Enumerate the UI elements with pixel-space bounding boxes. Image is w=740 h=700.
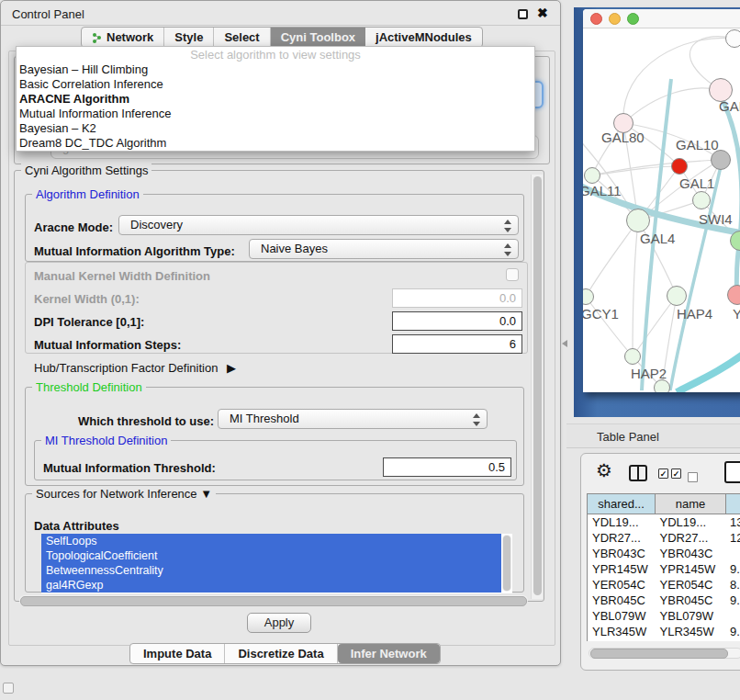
network-node-gal1[interactable] <box>692 191 711 209</box>
dropdown-item-highlighted[interactable]: ARACNE Algorithm <box>17 92 534 107</box>
network-window-titlebar[interactable] <box>583 9 740 28</box>
dropdown-item[interactable]: Dream8 DC_TDC Algorithm <box>17 136 534 151</box>
export-table-icon[interactable] <box>724 461 740 483</box>
titlebar-divider <box>1 25 560 26</box>
dropdown-placeholder: Select algorithm to view settings <box>17 47 534 62</box>
close-traffic-icon[interactable] <box>590 13 602 25</box>
network-node-gal10[interactable] <box>711 150 731 170</box>
mi-steps-field[interactable] <box>392 334 522 354</box>
network-canvas[interactable]: GAL GAL80 GAL10 GAL11 GAL1 SWI4 GAL4 GCY… <box>583 28 740 392</box>
dropdown-item[interactable]: Bayesian – Hill Climbing <box>17 62 534 77</box>
expand-triangle-icon: ▶ <box>227 361 236 375</box>
attribute-list-scrollbar[interactable] <box>502 535 511 592</box>
table-panel-title: Table Panel <box>597 430 659 444</box>
node-label: HAP4 <box>677 306 712 322</box>
gear-icon[interactable]: ⚙ <box>596 461 612 480</box>
bottom-tabbar: Impute Data Discretize Data Infer Networ… <box>129 643 441 664</box>
node-label: Y <box>733 306 740 322</box>
columns-icon[interactable] <box>629 465 647 481</box>
tab-style[interactable]: Style <box>164 28 214 47</box>
table-header-row: shared... name <box>587 493 740 514</box>
algorithm-definition-title: Algorithm Definition <box>32 187 143 201</box>
dropdown-item[interactable]: Bayesian – K2 <box>17 121 534 136</box>
node-label: SWI4 <box>699 211 733 227</box>
settings-horizontal-scrollbar[interactable] <box>19 595 528 605</box>
node-label: GAL4 <box>640 231 675 246</box>
table-horizontal-scrollbar[interactable] <box>589 648 740 659</box>
kernel-width-field[interactable] <box>392 288 522 308</box>
tab-jactivemnodules[interactable]: jActiveMNodules <box>365 28 482 47</box>
column-header-partial[interactable] <box>726 494 740 514</box>
node-label: GAL80 <box>601 130 645 145</box>
tab-impute-data[interactable]: Impute Data <box>130 644 225 663</box>
which-threshold-combo[interactable]: MI Threshold <box>218 409 488 429</box>
tab-network-label: Network <box>107 30 153 44</box>
node-label: HAP2 <box>631 366 667 381</box>
tab-infer-network[interactable]: Infer Network <box>338 644 440 663</box>
which-threshold-label: Which threshold to use: <box>78 414 214 428</box>
data-attributes-list: SelfLoops TopologicalCoefficient Between… <box>41 534 512 593</box>
table-row[interactable]: YBR045CYBR045C9. <box>588 593 740 608</box>
control-panel-title: Control Panel <box>12 7 84 21</box>
minimize-traffic-icon[interactable] <box>609 13 621 25</box>
manual-kernel-checkbox[interactable] <box>506 268 519 281</box>
aracne-mode-combo[interactable]: Discovery <box>118 215 519 235</box>
attribute-item-selected[interactable]: TopologicalCoefficient <box>41 548 501 563</box>
network-node-hap4[interactable] <box>667 286 687 306</box>
table-row[interactable]: YIL052CYIL052C9. <box>588 639 740 641</box>
dpi-tolerance-field[interactable] <box>392 311 522 331</box>
settings-vertical-scrollbar[interactable] <box>531 175 543 599</box>
mi-threshold-field[interactable] <box>383 457 511 477</box>
dropdown-item[interactable]: Basic Correlation Inference <box>17 77 534 92</box>
table-row[interactable]: YER054CYER054C8. <box>588 577 740 593</box>
table-row[interactable]: YPR145WYPR145W9. <box>588 561 740 577</box>
table-row[interactable]: YDL19...YDL19...13 <box>588 514 740 530</box>
table-row[interactable]: YBL079WYBL079W <box>588 608 740 624</box>
manual-kernel-label: Manual Kernel Width Definition <box>34 269 210 283</box>
splitter-handle-icon[interactable] <box>562 340 567 347</box>
sources-title[interactable]: Sources for Network Inference ▼ <box>32 487 216 501</box>
combo-stepper-icon <box>504 243 511 257</box>
mi-threshold-title: MI Threshold Definition <box>41 434 171 447</box>
mi-type-combo[interactable]: Naive Bayes <box>249 239 519 259</box>
tab-cyni-toolbox[interactable]: Cyni Toolbox <box>271 28 365 47</box>
hub-definition-toggle[interactable]: Hub/Transcription Factor Definition ▶ <box>34 361 236 375</box>
network-node-gal4[interactable] <box>626 209 650 232</box>
mi-steps-label: Mutual Information Steps: <box>34 338 181 352</box>
attribute-item-selected[interactable]: BetweennessCentrality <box>41 563 501 578</box>
table-row[interactable]: YDR27...YDR27...12 <box>588 530 740 546</box>
attribute-item-selected[interactable]: gal4RGexp <box>41 578 501 593</box>
node-label: GAL11 <box>583 183 622 198</box>
collapsed-panel-icon[interactable] <box>3 683 14 694</box>
dropdown-item[interactable]: Mutual Information Inference <box>17 107 534 121</box>
network-node-selected-red[interactable] <box>671 158 688 175</box>
column-header-name[interactable]: name <box>656 494 726 514</box>
attribute-item-selected[interactable]: SelfLoops <box>41 534 501 548</box>
table-row[interactable]: YLR345WYLR345W9. <box>588 624 740 639</box>
tab-select[interactable]: Select <box>214 28 270 47</box>
table-row[interactable]: YBR043CYBR043C <box>588 546 740 561</box>
node-label: GAL1 <box>679 175 714 191</box>
close-icon[interactable]: ✖ <box>537 6 548 20</box>
column-header-shared[interactable]: shared... <box>588 494 656 514</box>
float-window-icon[interactable] <box>518 9 528 19</box>
aracne-mode-label: Aracne Mode: <box>34 220 113 234</box>
node-label: GCY1 <box>583 306 619 322</box>
node-label: GAL <box>719 98 740 114</box>
tab-discretize-data[interactable]: Discretize Data <box>225 644 337 663</box>
network-node-hap2[interactable] <box>624 348 641 365</box>
network-node[interactable] <box>725 29 740 48</box>
apply-button[interactable]: Apply <box>247 613 311 633</box>
mi-threshold-label: Mutual Information Threshold: <box>43 461 216 475</box>
data-attributes-label: Data Attributes <box>34 519 119 533</box>
network-icon <box>92 32 103 43</box>
threshold-definition-title: Threshold Definition <box>32 380 146 394</box>
zoom-traffic-icon[interactable] <box>627 13 639 25</box>
network-node[interactable] <box>654 379 670 392</box>
kernel-width-label: Kernel Width (0,1): <box>34 292 140 306</box>
select-all-columns-icon[interactable]: ✓ ✓ <box>658 469 681 479</box>
control-panel-tabbar: Network Style Select Cyni Toolbox jActiv… <box>81 27 483 48</box>
application-root: Control Panel ✖ Network Style Select Cyn… <box>0 0 740 700</box>
network-node-gal11[interactable] <box>584 167 600 184</box>
tab-network[interactable]: Network <box>82 28 164 47</box>
